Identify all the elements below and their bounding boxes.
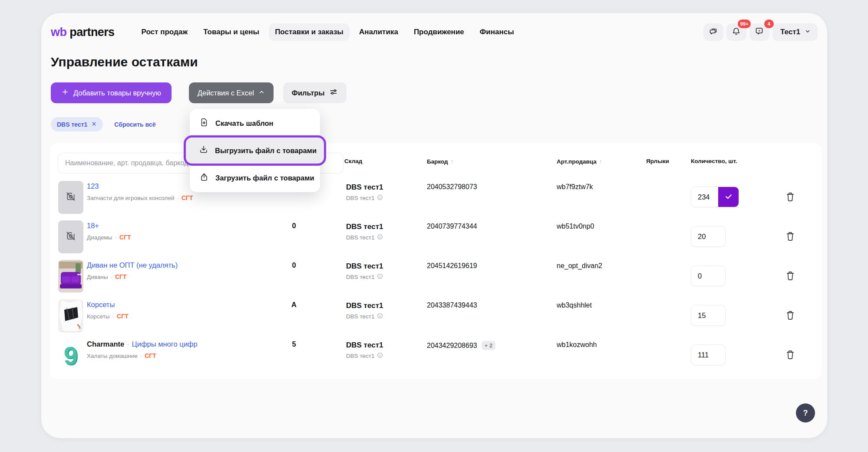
delete-row-button[interactable] xyxy=(783,269,798,284)
stock-value: 0 xyxy=(276,261,312,269)
header-labels[interactable]: Ярлыки xyxy=(646,158,669,164)
notifications-button[interactable]: 99+ xyxy=(726,23,746,41)
reset-all-link[interactable]: Сбросить всё xyxy=(114,121,155,128)
filters-label: Фильтры xyxy=(292,89,325,97)
nav-item-finance[interactable]: Финансы xyxy=(474,23,520,41)
info-icon[interactable] xyxy=(377,234,383,241)
trash-icon xyxy=(785,310,796,322)
support-badge: 4 xyxy=(764,20,774,28)
quantity-input[interactable] xyxy=(691,305,726,326)
delete-row-button[interactable] xyxy=(783,190,798,205)
trash-icon xyxy=(785,349,796,362)
sgt-tag: СГТ xyxy=(119,234,131,241)
highlighted-menu-option: Выгрузить файл с товарами xyxy=(184,135,326,166)
header-article[interactable]: Арт.продавца↑ xyxy=(557,158,602,165)
sgt-tag: СГТ xyxy=(182,194,193,201)
product-name-link[interactable]: 18+ xyxy=(87,222,99,229)
warehouse-cell: DBS тест1 DBS тест1 xyxy=(346,301,383,320)
product-category: Халаты домашние·СГТ xyxy=(87,352,156,359)
stock-value: 5 xyxy=(276,340,312,348)
warehouse-cell: DBS тест1 DBS тест1 xyxy=(346,183,383,202)
barcode-value: 2040532798073 xyxy=(427,183,477,191)
corset-image xyxy=(58,299,83,332)
nav-item-promotion[interactable]: Продвижение xyxy=(408,23,470,41)
menu-item-upload-file[interactable]: Загрузить файл с товарами xyxy=(190,167,320,189)
menu-item-export-file[interactable]: Выгрузить файл с товарами xyxy=(186,138,324,164)
product-category: Корсеты·СГТ xyxy=(87,313,129,320)
table-row: Корсеты Корсеты·СГТ A DBS тест1 DBS тест… xyxy=(50,296,822,336)
sort-asc-icon: ↑ xyxy=(599,158,602,165)
logo-partners: partners xyxy=(69,26,114,39)
help-fab-button[interactable]: ? xyxy=(796,403,815,423)
trash-icon xyxy=(785,231,796,243)
quantity-input[interactable] xyxy=(691,187,718,207)
messages-button[interactable] xyxy=(703,23,723,41)
camera-off-icon xyxy=(65,191,76,204)
nav-item-sales-growth[interactable]: Рост продаж xyxy=(135,23,194,41)
header-warehouse[interactable]: Склад xyxy=(344,158,362,164)
table-row: 123 Запчасти для игровых консолей·СГТ 0 … xyxy=(50,178,822,217)
product-name-link[interactable]: Диван не ОПТ (не удалять) xyxy=(87,261,178,269)
header-quantity[interactable]: Количество, шт. xyxy=(691,158,737,164)
quantity-input[interactable] xyxy=(691,226,726,247)
quantity-input[interactable] xyxy=(691,344,726,365)
table-row: wb Диван не ОПТ (не удалять) Диваны·СГТ … xyxy=(50,257,822,296)
sgt-tag: СГТ xyxy=(115,273,127,280)
account-name: Тест1 xyxy=(780,28,800,36)
header-barcode[interactable]: Баркод↑ xyxy=(427,158,454,165)
barcode-value: 2043429208693 xyxy=(427,342,477,350)
support-button[interactable]: 4 ? xyxy=(749,23,769,41)
topbar: wbpartners Рост продаж Товары и цены Пос… xyxy=(41,13,827,51)
screen: wbpartners Рост продаж Товары и цены Пос… xyxy=(0,0,868,452)
sgt-tag: СГТ xyxy=(117,313,129,320)
nav-item-analytics[interactable]: Аналитика xyxy=(353,23,404,41)
logo-wb: wb xyxy=(51,26,66,39)
warehouse-cell: DBS тест1 DBS тест1 xyxy=(346,223,383,241)
digit-nine-image: 9 xyxy=(64,341,78,370)
info-icon[interactable] xyxy=(377,352,383,360)
product-name-link[interactable]: Корсеты xyxy=(87,301,115,308)
product-name-link[interactable]: 123 xyxy=(87,182,99,190)
sort-asc-icon: ↑ xyxy=(451,158,454,165)
extra-barcodes-badge[interactable]: + 2 xyxy=(482,341,495,350)
quantity-input[interactable] xyxy=(691,265,726,286)
topbar-right: 99+ 4 ? xyxy=(703,23,818,41)
notifications-badge: 99+ xyxy=(738,20,751,28)
product-name-link[interactable]: Цифры много цифр xyxy=(132,340,198,348)
excel-actions-button[interactable]: Действия с Excel xyxy=(189,82,274,103)
menu-item-download-template[interactable]: Скачать шаблон xyxy=(190,112,320,134)
brand-logo[interactable]: wbpartners xyxy=(51,26,115,39)
add-products-button[interactable]: Добавить товары вручную xyxy=(51,82,172,103)
article-value: wb7f9ztw7k xyxy=(557,183,593,191)
stock-table: Склад Баркод↑ Арт.продавца↑ Ярлыки Колич… xyxy=(50,143,822,379)
filter-chip-dbs[interactable]: DBS тест1 xyxy=(51,117,103,131)
article-value: wb3qshhlet xyxy=(557,301,592,309)
sliders-icon xyxy=(329,88,338,98)
confirm-quantity-button[interactable] xyxy=(718,187,739,207)
stock-value: A xyxy=(276,301,312,309)
nav-item-supplies-orders[interactable]: Поставки и заказы xyxy=(269,23,350,41)
info-icon[interactable] xyxy=(377,313,383,320)
delete-row-button[interactable] xyxy=(783,229,798,244)
table-header-row: Склад Баркод↑ Арт.продавца↑ Ярлыки Колич… xyxy=(50,158,822,169)
article-value: ne_opt_divan2 xyxy=(557,262,602,270)
main-nav: Рост продаж Товары и цены Поставки и зак… xyxy=(135,23,520,41)
info-icon[interactable] xyxy=(377,194,383,202)
delete-row-button[interactable] xyxy=(783,348,798,363)
filters-button[interactable]: Фильтры xyxy=(283,82,347,103)
camera-off-icon xyxy=(65,230,76,243)
article-value: wb1kozwohh xyxy=(557,341,597,349)
product-category: Запчасти для игровых консолей·СГТ xyxy=(87,194,193,201)
warehouse-cell: DBS тест1 DBS тест1 xyxy=(346,262,383,281)
help-bubble-icon: ? xyxy=(755,27,764,37)
nav-item-goods-prices[interactable]: Товары и цены xyxy=(197,23,265,41)
page-title: Управление остатками xyxy=(51,55,198,69)
close-icon[interactable] xyxy=(91,121,97,128)
delete-row-button[interactable] xyxy=(783,308,798,323)
info-icon[interactable] xyxy=(377,273,383,281)
svg-text:?: ? xyxy=(759,29,761,33)
check-icon xyxy=(724,192,733,202)
account-menu-button[interactable]: Тест1 xyxy=(772,23,818,41)
plus-icon xyxy=(61,88,69,98)
active-filters: DBS тест1 Сбросить всё xyxy=(51,117,155,131)
